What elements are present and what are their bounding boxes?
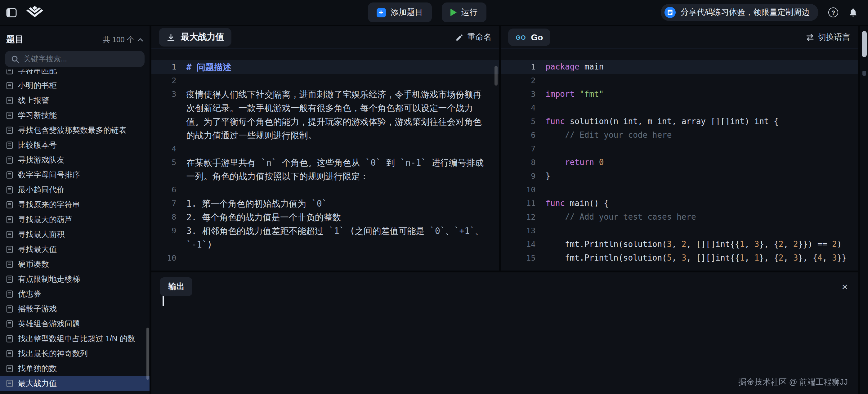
- sidebar-header: 题目 共 100 个: [0, 26, 150, 51]
- sidebar-toggle-icon[interactable]: [6, 8, 17, 17]
- line-content: [535, 224, 858, 238]
- sidebar-problem-item[interactable]: 硬币凑数: [0, 257, 150, 272]
- sidebar-problem-item[interactable]: 寻找游戏队友: [0, 153, 150, 168]
- problem-list: 字符串匹配小明的书柜线上报警学习新技能寻找包含斐波那契数最多的链表比较版本号寻找…: [0, 69, 150, 394]
- editor-line[interactable]: 82. 每个角色的战力值是一个非负的整数: [151, 210, 499, 224]
- line-content: package main: [535, 60, 858, 74]
- sidebar-problem-label: 英雄组合游戏问题: [18, 319, 80, 329]
- editor-line[interactable]: 15 fmt.Println(solution(5, 3, [][]int{{1…: [501, 251, 858, 265]
- document-icon: [6, 112, 13, 119]
- editor-line[interactable]: 3疫情使得人们线下社交隔离，进而刺激了宅娱乐经济，令手机游戏市场份额再次创新纪录…: [151, 88, 499, 142]
- sidebar-problem-label: 找出整型数组中占比超过 1/N 的数: [18, 334, 135, 344]
- editor-line[interactable]: 93. 相邻角色的战力值差距不能超过 `1` (之间的差值可能是 `0`、`+1…: [151, 224, 499, 251]
- search-box[interactable]: [5, 51, 145, 67]
- editor-line[interactable]: 13: [501, 224, 858, 238]
- editor-line[interactable]: 12 // Add your test cases here: [501, 210, 858, 224]
- topbar: 添加题目 运行 分享代码练习体验，领限量定制周边: [0, 0, 868, 25]
- editor-line[interactable]: 6: [151, 183, 499, 197]
- line-number: 2: [151, 74, 176, 88]
- problem-count[interactable]: 共 100 个: [103, 34, 143, 45]
- language-tab[interactable]: GO Go: [508, 29, 550, 46]
- sidebar-problem-item[interactable]: 线上报警: [0, 93, 150, 108]
- editor-line[interactable]: 6 // Edit your code here: [501, 128, 858, 142]
- line-number: 1: [151, 60, 176, 74]
- sidebar-problem-item[interactable]: 寻找原来的字符串: [0, 197, 150, 212]
- line-number: 14: [501, 238, 535, 251]
- editor-line[interactable]: 71. 第一个角色的初始战力值为 `0`: [151, 197, 499, 210]
- problem-title-tab[interactable]: 最大战力值: [159, 28, 231, 47]
- juejin-logo[interactable]: [25, 5, 44, 20]
- editor-line[interactable]: 7: [501, 142, 858, 156]
- line-number: 10: [501, 183, 535, 197]
- sidebar-problem-label: 寻找最大的葫芦: [18, 214, 72, 225]
- close-icon[interactable]: ×: [842, 281, 848, 292]
- document-icon: [6, 171, 13, 179]
- editor-line[interactable]: 14 fmt.Println(solution(3, 2, [][]int{{1…: [501, 238, 858, 251]
- editor-line[interactable]: 2: [501, 74, 858, 88]
- editor-line[interactable]: 10: [151, 251, 499, 265]
- editor-line[interactable]: 4: [501, 101, 858, 115]
- sidebar-problem-item[interactable]: 寻找最大的葫芦: [0, 212, 150, 227]
- sidebar-problem-item[interactable]: 寻找最大面积: [0, 227, 150, 242]
- problem-editor[interactable]: 1# 问题描述23疫情使得人们线下社交隔离，进而刺激了宅娱乐经济，令手机游戏市场…: [151, 49, 499, 271]
- editor-line[interactable]: 8 return 0: [501, 156, 858, 170]
- editor-line[interactable]: 1package main: [501, 60, 858, 74]
- editor-line[interactable]: 5在某款手游里共有 `n` 个角色。这些角色从 `0` 到 `n-1` 进行编号…: [151, 156, 499, 183]
- workspace: 最大战力值 重命名 1# 问题描述23疫情使得人们线下社交隔离，进而刺激了宅娱乐…: [151, 26, 858, 394]
- document-icon: [6, 365, 13, 372]
- text-cursor: [162, 296, 164, 306]
- rename-button[interactable]: 重命名: [456, 32, 491, 43]
- rename-label: 重命名: [467, 32, 491, 43]
- line-number: 5: [151, 156, 176, 183]
- sidebar-problem-item[interactable]: 寻找最大值: [0, 242, 150, 257]
- output-panel[interactable]: 输出 × 掘金技术社区 @ 前端工程狮JJ: [151, 272, 858, 394]
- share-banner[interactable]: 分享代码练习体验，领限量定制周边: [661, 4, 818, 21]
- notification-bell-icon[interactable]: [848, 7, 858, 18]
- editor-line[interactable]: 2: [151, 74, 499, 88]
- editor-line[interactable]: 5func solution(n int, m int, array [][]i…: [501, 115, 858, 128]
- document-icon: [6, 261, 13, 268]
- output-header: 输出 ×: [151, 272, 858, 296]
- search-input[interactable]: [24, 55, 138, 63]
- code-editor[interactable]: 1package main23import "fmt"45func soluti…: [501, 49, 858, 271]
- problem-scrollbar-thumb[interactable]: [495, 66, 498, 86]
- sidebar-scrollbar-thumb[interactable]: [147, 328, 149, 380]
- sidebar-problem-item[interactable]: 合并有序链表: [0, 391, 150, 394]
- output-tab[interactable]: 输出: [160, 277, 192, 296]
- help-icon[interactable]: [828, 7, 838, 18]
- sidebar-problem-item[interactable]: 最大战力值: [0, 376, 150, 391]
- editors-row: 最大战力值 重命名 1# 问题描述23疫情使得人们线下社交隔离，进而刺激了宅娱乐…: [151, 26, 858, 271]
- document-icon: [6, 142, 13, 149]
- sidebar-problem-item[interactable]: 小明的书柜: [0, 78, 150, 93]
- sidebar-problem-item[interactable]: 找单独的数: [0, 361, 150, 376]
- sidebar-problem-item[interactable]: 优惠券: [0, 287, 150, 302]
- document-icon: [6, 69, 13, 74]
- sidebar-problem-item[interactable]: 比较版本号: [0, 138, 150, 153]
- sidebar-problem-item[interactable]: 数字字母问号排序: [0, 168, 150, 182]
- sidebar-problem-item[interactable]: 英雄组合游戏问题: [0, 316, 150, 331]
- sidebar-problem-item[interactable]: 寻找包含斐波那契数最多的链表: [0, 123, 150, 138]
- add-problem-button[interactable]: 添加题目: [368, 2, 432, 22]
- editor-line[interactable]: 10: [501, 183, 858, 197]
- run-button[interactable]: 运行: [441, 2, 486, 22]
- sidebar-problem-item[interactable]: 摇骰子游戏: [0, 302, 150, 316]
- line-content: [535, 142, 858, 156]
- editor-line[interactable]: 9}: [501, 170, 858, 183]
- editor-line[interactable]: 4: [151, 142, 499, 156]
- sidebar-problem-item[interactable]: 字符串匹配: [0, 69, 150, 78]
- editor-line[interactable]: 1# 问题描述: [151, 60, 499, 74]
- switch-language-button[interactable]: 切换语言: [805, 32, 850, 43]
- sidebar-problem-item[interactable]: 最小趋同代价: [0, 182, 150, 197]
- sidebar-problem-item[interactable]: 学习新技能: [0, 108, 150, 123]
- sidebar-problem-item[interactable]: 找出最长的神奇数列: [0, 346, 150, 361]
- editor-line[interactable]: 11func main() {: [501, 197, 858, 210]
- line-number: 8: [151, 210, 176, 224]
- editor-line[interactable]: 3import "fmt": [501, 88, 858, 101]
- line-number: 4: [151, 142, 176, 156]
- line-number: 6: [151, 183, 176, 197]
- line-content: }: [535, 170, 858, 183]
- page-scrollbar-thumb[interactable]: [862, 31, 866, 57]
- add-problem-label: 添加题目: [391, 7, 423, 18]
- sidebar-problem-item[interactable]: 有点限制地走楼梯: [0, 272, 150, 287]
- sidebar-problem-item[interactable]: 找出整型数组中占比超过 1/N 的数: [0, 331, 150, 346]
